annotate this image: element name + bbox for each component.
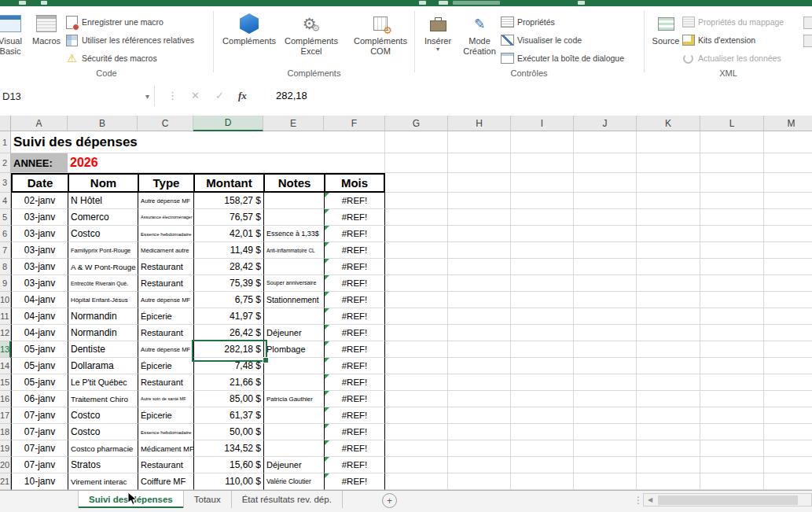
row-header-15[interactable]: 15 (0, 374, 11, 391)
cell-D8[interactable]: 28,42 $ (193, 259, 263, 275)
empty-cell[interactable] (511, 308, 574, 325)
cell-D14[interactable]: 7,48 $ (193, 358, 263, 374)
empty-cell[interactable] (385, 242, 448, 259)
empty-cell[interactable] (511, 358, 574, 374)
row-header-5[interactable]: 5 (0, 209, 11, 226)
empty-cell[interactable] (700, 292, 764, 308)
empty-cell[interactable] (511, 325, 574, 341)
cell-E9[interactable]: Souper anniversaire (263, 275, 324, 292)
empty-cell[interactable] (764, 424, 812, 440)
empty-cell[interactable] (511, 473, 574, 490)
empty-cell[interactable] (700, 457, 764, 473)
formula-bar-splitter[interactable]: ⋮ (167, 90, 178, 101)
cell-A4[interactable]: 02-janv (11, 193, 68, 209)
cell-D5[interactable]: 76,57 $ (193, 209, 263, 226)
cell-B15[interactable]: Le P'tit Québec (68, 374, 138, 391)
row-header-8[interactable]: 8 (0, 259, 11, 275)
empty-cell[interactable] (511, 153, 574, 173)
empty-cell[interactable] (637, 292, 700, 308)
cell-E5[interactable] (263, 209, 324, 226)
cell-C12[interactable]: Restaurant (138, 325, 193, 341)
cell-F21[interactable]: #REF! (324, 473, 385, 490)
empty-cell[interactable] (700, 226, 764, 242)
row-header-3[interactable]: 3 (0, 173, 11, 193)
empty-cell[interactable] (385, 131, 448, 153)
column-header-J[interactable]: J (574, 116, 637, 131)
cell-A7[interactable]: 03-janv (11, 242, 68, 259)
cell-A16[interactable]: 06-janv (11, 391, 68, 407)
empty-cell[interactable] (637, 374, 700, 391)
cell-A10[interactable]: 04-janv (11, 292, 68, 308)
empty-cell[interactable] (637, 173, 700, 193)
visual-basic-button[interactable]: Visual Basic (0, 11, 31, 69)
empty-cell[interactable] (448, 292, 511, 308)
empty-cell[interactable] (764, 407, 812, 424)
empty-cell[interactable] (448, 473, 511, 490)
empty-cell[interactable] (385, 292, 448, 308)
view-code-button[interactable]: Visualiser le code (500, 32, 582, 48)
empty-cell[interactable] (511, 292, 574, 308)
new-sheet-button[interactable]: + (382, 493, 397, 508)
cell-E11[interactable] (263, 308, 324, 325)
empty-cell[interactable] (448, 391, 511, 407)
empty-cell[interactable] (764, 341, 812, 358)
empty-cell[interactable] (637, 193, 700, 209)
cell-C10[interactable]: Autre dépense MF (138, 292, 193, 308)
empty-cell[interactable] (511, 193, 574, 209)
cell-B10[interactable]: Hôpital Enfant-Jésus (68, 292, 138, 308)
cell-F14[interactable]: #REF! (324, 358, 385, 374)
empty-cell[interactable] (511, 440, 574, 457)
cell-A14[interactable]: 05-janv (11, 358, 68, 374)
cell-B14[interactable]: Dollarama (68, 358, 138, 374)
tab-scrollbar-splitter[interactable]: ⋮ (634, 495, 643, 506)
empty-cell[interactable] (700, 325, 764, 341)
cell-D13[interactable]: 282,18 $ (193, 341, 263, 358)
empty-cell[interactable] (764, 259, 812, 275)
cell-B18[interactable]: Costco (68, 424, 138, 440)
row-header-2[interactable]: 2 (0, 153, 11, 173)
cell-F6[interactable]: #REF! (324, 226, 385, 242)
empty-cell[interactable] (637, 341, 700, 358)
row-header-10[interactable]: 10 (0, 292, 11, 308)
empty-cell[interactable] (700, 341, 764, 358)
empty-cell[interactable] (764, 173, 812, 193)
column-header-H[interactable]: H (448, 116, 511, 131)
cell-E13[interactable]: Plombage (263, 341, 324, 358)
cell-E17[interactable] (263, 407, 324, 424)
empty-cell[interactable] (637, 209, 700, 226)
empty-cell[interactable] (700, 259, 764, 275)
empty-cell[interactable] (511, 374, 574, 391)
enter-icon[interactable]: ✓ (215, 90, 224, 102)
empty-cell[interactable] (700, 424, 764, 440)
cell-D6[interactable]: 42,01 $ (193, 226, 263, 242)
cell-C9[interactable]: Restaurant (138, 275, 193, 292)
empty-cell[interactable] (511, 209, 574, 226)
cell-C13[interactable]: Autre dépense MF (138, 341, 193, 358)
cell-B5[interactable]: Comerco (68, 209, 138, 226)
row-header-13[interactable]: 13 (0, 341, 11, 358)
cell-C19[interactable]: Médicament MF (138, 440, 193, 457)
empty-cell[interactable] (700, 275, 764, 292)
empty-cell[interactable] (637, 153, 700, 173)
cell-E6[interactable]: Essence à 1,33$ (263, 226, 324, 242)
cell-F18[interactable]: #REF! (324, 424, 385, 440)
cell-C5[interactable]: Assurance électroménager (138, 209, 193, 226)
row-header-17[interactable]: 17 (0, 407, 11, 424)
expansion-packs-button[interactable]: Kits d'extension (681, 32, 755, 48)
empty-cell[interactable] (574, 308, 637, 325)
empty-cell[interactable] (448, 407, 511, 424)
cell-A9[interactable]: 03-janv (11, 275, 68, 292)
cell-B13[interactable]: Dentiste (68, 341, 138, 358)
cell-F16[interactable]: #REF! (324, 391, 385, 407)
empty-cell[interactable] (637, 358, 700, 374)
cell-B7[interactable]: Familyprix Pont-Rouge (68, 242, 138, 259)
empty-cell[interactable] (700, 391, 764, 407)
empty-cell[interactable] (764, 193, 812, 209)
cell-F13[interactable]: #REF! (324, 341, 385, 358)
empty-cell[interactable] (511, 341, 574, 358)
empty-cell[interactable] (574, 424, 637, 440)
empty-cell[interactable] (637, 226, 700, 242)
column-header-M[interactable]: M (764, 116, 812, 131)
map-properties-button[interactable]: Propriétés du mappage (681, 14, 784, 30)
cell-C17[interactable]: Épicerie (138, 407, 193, 424)
